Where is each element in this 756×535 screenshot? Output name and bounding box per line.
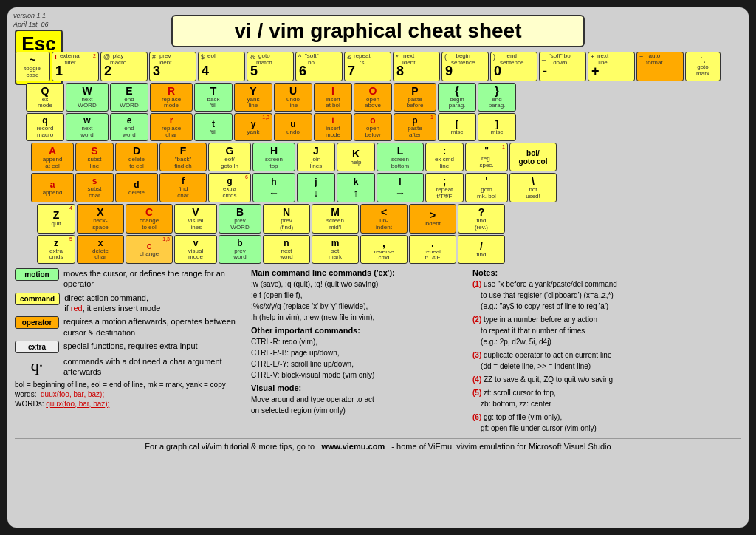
note-6: (6) gg: top of file (vim only), gf: open… xyxy=(472,412,741,434)
legend-extra: extra special functions, requires extra … xyxy=(15,341,244,353)
key-equals: = autoformat xyxy=(636,52,684,81)
key-5: % gotomatch 5 xyxy=(247,52,294,81)
footer: For a graphical vi/vim tutorial & more t… xyxy=(15,438,741,451)
visual-mode-text: Move around and type operator to act on … xyxy=(251,394,465,416)
key-question: ? find(rev.) xyxy=(458,204,505,234)
legend-motion: motion moves the cursor, or defines the … xyxy=(15,268,244,290)
key-backtick: `. gotomark xyxy=(685,52,721,81)
main-container: version 1.1 April 1st, 06 Esc normal mod… xyxy=(7,7,749,528)
extra-desc: special functions, requires extra input xyxy=(63,341,198,351)
words-line2: WORDs: quux(foo, bar, baz); xyxy=(15,400,244,408)
other-cmd-title: Other important commands: xyxy=(251,326,465,335)
legend-section: motion moves the cursor, or defines the … xyxy=(15,268,741,434)
key-X-upper: X back-space xyxy=(77,204,124,234)
key-less: < un-indent xyxy=(360,204,408,234)
key-K-upper: K help xyxy=(337,143,375,172)
legend-command: command direct action command,if red, it… xyxy=(15,293,244,314)
other-cmd-text: CTRL-R: redo (vim), CTRL-F/-B: page up/d… xyxy=(251,336,465,381)
key-colon: : ex cmdline xyxy=(425,143,464,172)
key-a: a append xyxy=(31,173,74,202)
key-H-upper: H screentop xyxy=(252,143,295,172)
title-box: vi / vim graphical cheat sheet xyxy=(171,15,585,47)
legend-operator: operator requires a motion afterwards, o… xyxy=(15,316,244,338)
key-P-upper: P pastebefore xyxy=(394,83,436,112)
key-7: & repeat:s 7 xyxy=(344,52,391,81)
key-z: z extracmds 5 xyxy=(37,235,75,265)
command-desc: direct action command,if red, it enters … xyxy=(64,293,160,314)
key-quote: " reg.spec. 1 xyxy=(465,143,508,172)
note-1: (1) use "x before a yank/paste/del comma… xyxy=(472,279,741,312)
key-6: ^ "soft"bol 6 xyxy=(295,52,343,81)
key-B-upper: B prevWORD xyxy=(219,204,261,234)
motion-badge: motion xyxy=(15,268,59,281)
key-q: q recordmacro xyxy=(26,113,64,141)
operator-badge: operator xyxy=(15,316,59,329)
visual-mode-title: Visual mode: xyxy=(251,384,465,392)
key-bracket-open: [ misc xyxy=(438,113,476,141)
key-s: s substchar xyxy=(75,173,114,202)
key-tilde: ~ togglecase xyxy=(15,52,50,81)
key-k: k ↑ xyxy=(337,173,375,202)
command-badge: command xyxy=(15,293,60,305)
key-o: o openbelow xyxy=(354,113,392,141)
key-e: e endword xyxy=(110,113,148,141)
key-Y-upper: Y yankline xyxy=(234,83,272,112)
key-minus: _ "soft" boldown - xyxy=(539,52,586,81)
key-T-upper: T back'till xyxy=(194,83,233,112)
note-4: (4) ZZ to save & quit, ZQ to quit w/o sa… xyxy=(472,374,741,385)
notes-section: Notes: (1) use "x before a yank/paste/de… xyxy=(472,268,741,434)
key-comma: , reversecmd xyxy=(360,235,408,265)
motion-desc: moves the cursor, or defines the range f… xyxy=(63,268,244,290)
qdot-desc: commands with a dot need a char argument… xyxy=(63,356,244,378)
key-m: m setmark xyxy=(312,235,359,265)
key-Q: Q exmode xyxy=(26,83,64,112)
key-2: @ playmacro 2 xyxy=(100,52,148,81)
key-E-upper: E endWORD xyxy=(110,83,148,112)
key-0: ) endsentence 0 xyxy=(490,52,537,81)
key-R-upper: R replacemode xyxy=(150,83,193,112)
key-p: p pasteafter 1 xyxy=(394,113,436,141)
key-V-upper: V visuallines xyxy=(174,204,217,234)
zxcv-row-upper: Z quit 4 X back-space C changeto eol V v… xyxy=(37,204,741,234)
key-slash: / find xyxy=(458,235,505,265)
key-S-upper: S substline xyxy=(75,143,114,172)
key-C-upper: C changeto eol xyxy=(126,204,173,234)
note-2: (2) type in a number before any action t… xyxy=(472,314,741,347)
key-Z-upper: Z quit 4 xyxy=(37,204,75,234)
notes-title: Notes: xyxy=(472,268,741,277)
key-period: . repeatt/T/f/F xyxy=(409,235,456,265)
key-backslash: \ notused! xyxy=(509,173,557,202)
key-w: w nextword xyxy=(66,113,109,141)
key-u: u undo xyxy=(274,113,312,141)
key-apostrophe: ' gotomk. bol xyxy=(465,173,508,202)
key-D-upper: D deleteto eol xyxy=(115,143,158,172)
key-g: g extracmds 6 xyxy=(208,173,251,202)
note-3: (3) duplicate operator to act on current… xyxy=(472,350,741,372)
key-enter: bol/goto col xyxy=(509,143,557,172)
asdf-row-lower: a append s substchar d delete f findchar… xyxy=(31,173,741,202)
key-greater: > indent xyxy=(409,204,456,234)
key-G-upper: G eof/goto ln xyxy=(208,143,251,172)
page-title: vi / vim graphical cheat sheet xyxy=(180,19,576,43)
zxcv-row-lower: z extracmds 5 x deletechar c change 1,3 … xyxy=(37,235,741,265)
key-t: t 'till xyxy=(194,113,233,141)
key-3: # prevident 3 xyxy=(149,52,196,81)
words-line1: words: quux(foo, bar, baz); xyxy=(15,390,244,398)
main-cmd-title: Main command line commands ('ex'): xyxy=(251,268,465,277)
key-b: b prevword xyxy=(219,235,261,265)
key-n: n nextword xyxy=(263,235,310,265)
version-text: version 1.1 April 1st, 06 xyxy=(13,12,49,29)
main-cmd-text: :w (save), :q (quit), :q! (quit w/o savi… xyxy=(251,279,465,323)
key-f: f findchar xyxy=(159,173,207,202)
key-r: r replacechar xyxy=(150,113,193,141)
key-9: ( beginsentence 9 xyxy=(441,52,489,81)
key-L-upper: L screenbottom xyxy=(377,143,424,172)
key-h: h ← xyxy=(252,173,295,202)
key-brace-open: { beginparag. xyxy=(438,83,476,112)
key-1: ! externalfilter 1 2 xyxy=(52,52,99,81)
key-N-upper: N prev(find) xyxy=(263,204,310,234)
q-dot-symbol: q· xyxy=(15,356,59,375)
key-U-upper: U undoline xyxy=(274,83,312,112)
main-commands: Main command line commands ('ex'): :w (s… xyxy=(251,268,465,434)
key-x: x deletechar xyxy=(77,235,124,265)
